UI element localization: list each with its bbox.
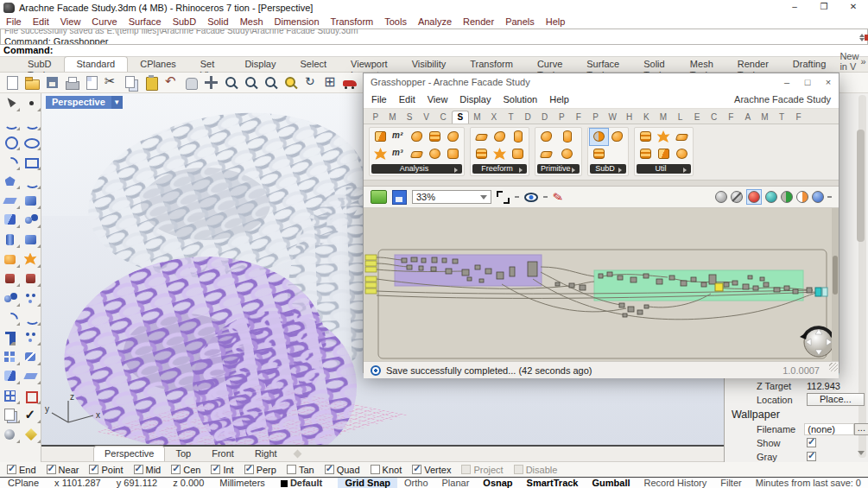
render-car-icon[interactable]: [341, 74, 359, 92]
osnap-tan[interactable]: Tan: [287, 465, 314, 475]
gh-tab-w[interactable]: W: [604, 111, 621, 124]
component-box-icon[interactable]: [371, 129, 390, 145]
gh-resize-grip[interactable]: [829, 363, 838, 371]
tool-sphere-icon[interactable]: [22, 212, 41, 228]
tool-check-icon[interactable]: [22, 407, 41, 423]
tab-curve-tools[interactable]: Curve Tools: [525, 57, 574, 72]
gh-display-teal-icon[interactable]: [765, 191, 777, 203]
palette-group-label[interactable]: Analysis: [371, 164, 462, 174]
tool-block-red-icon[interactable]: [22, 388, 41, 404]
tool-blocks-icon[interactable]: [2, 349, 20, 365]
show-checkbox[interactable]: [807, 438, 816, 447]
gh-tab-f3[interactable]: F: [790, 111, 808, 124]
viewport-tab-perspective[interactable]: Perspective: [93, 446, 165, 461]
tool-move-points-icon[interactable]: [22, 329, 41, 345]
gh-tab-p2[interactable]: P: [554, 111, 571, 124]
command-history[interactable]: File successfully saved as E:\[temp file…: [0, 29, 868, 45]
component-divide-icon[interactable]: [637, 129, 655, 145]
export-icon[interactable]: [83, 74, 101, 92]
menu-view[interactable]: View: [60, 16, 81, 27]
restore-button[interactable]: ❐: [809, 0, 839, 15]
gh-preview-wire-icon[interactable]: [731, 191, 743, 203]
tool-polyline-icon[interactable]: [2, 114, 20, 130]
component-subd-quad-icon[interactable]: [590, 146, 608, 162]
gray-checkbox[interactable]: [807, 452, 816, 461]
move-icon[interactable]: [202, 74, 220, 92]
gh-display-dropdown[interactable]: [827, 196, 832, 198]
tool-boolean-dots-icon[interactable]: [22, 290, 41, 307]
palette-group-label[interactable]: Primitive: [537, 164, 580, 174]
gh-display-green-icon[interactable]: [781, 191, 793, 203]
tool-cylinder-icon[interactable]: [2, 231, 20, 248]
component-subd-from-mesh-icon[interactable]: [590, 129, 608, 145]
tab-new-in-v[interactable]: New in V: [839, 51, 858, 72]
menu-panels[interactable]: Panels: [505, 16, 535, 27]
gh-open-icon[interactable]: [371, 190, 387, 204]
z-target-value[interactable]: 112.943: [807, 381, 840, 391]
gh-sketch-pen-icon[interactable]: ✎: [552, 190, 564, 204]
gh-tab-curve[interactable]: C: [434, 111, 452, 124]
tool-ellipse-icon[interactable]: [22, 134, 41, 150]
tool-polygon-icon[interactable]: [2, 173, 20, 189]
tab-drafting[interactable]: Drafting: [781, 57, 839, 72]
tool-blend-icon[interactable]: [22, 309, 41, 326]
open-file-icon[interactable]: [23, 74, 41, 92]
browse-button[interactable]: ...: [854, 423, 868, 435]
gh-tab-h[interactable]: H: [621, 111, 638, 124]
canvas-compass-widget[interactable]: [800, 327, 832, 357]
place-button[interactable]: Place...: [807, 393, 865, 406]
osnap-mid[interactable]: Mid: [134, 465, 162, 475]
menu-subd[interactable]: SubD: [173, 16, 197, 27]
tool-surface-3pt-icon[interactable]: [2, 193, 20, 209]
gh-tab-params[interactable]: P: [367, 111, 384, 124]
gh-menu-help[interactable]: Help: [549, 94, 569, 105]
gh-menu-edit[interactable]: Edit: [399, 94, 415, 105]
tool-curve-icon[interactable]: [22, 114, 41, 130]
gh-canvas-scrollbar[interactable]: [832, 208, 839, 361]
component-sphere-icon[interactable]: [558, 146, 576, 162]
component-closest-point-icon[interactable]: [426, 146, 444, 162]
gh-tab-f[interactable]: F: [570, 111, 587, 124]
tool-text-icon[interactable]: [2, 329, 20, 345]
tab-solid-tools[interactable]: Solid Tools: [631, 57, 678, 72]
tool-plane-icon[interactable]: [22, 231, 41, 248]
tab-standard[interactable]: Standard: [64, 56, 129, 72]
tool-box-icon[interactable]: [2, 212, 20, 228]
component-dimensions-icon[interactable]: [408, 146, 426, 162]
osnap-disable[interactable]: Disable: [514, 465, 558, 475]
palette-group-label[interactable]: SubD: [590, 164, 626, 174]
component-network-icon[interactable]: [472, 146, 491, 162]
new-file-icon[interactable]: [3, 74, 22, 92]
cut-icon[interactable]: [103, 74, 121, 92]
component-volume-icon[interactable]: m³: [390, 146, 408, 162]
osnap-knot[interactable]: Knot: [371, 465, 402, 475]
component-curvature-icon[interactable]: [444, 129, 462, 145]
tool-circle-icon[interactable]: [2, 134, 20, 150]
tool-explode-icon[interactable]: [2, 251, 20, 268]
osnap-end[interactable]: End: [7, 465, 36, 475]
component-plane-surface-icon[interactable]: [537, 146, 555, 162]
gh-menu-solution[interactable]: Solution: [503, 94, 537, 105]
gh-menu-display[interactable]: Display: [459, 94, 491, 105]
toggle-record-history[interactable]: Record History: [637, 478, 714, 488]
gh-zoom-select[interactable]: 33%: [412, 190, 491, 204]
gh-tab-t2[interactable]: T: [773, 111, 790, 124]
menu-help[interactable]: Help: [546, 16, 566, 27]
viewport-tab-top[interactable]: Top: [165, 447, 201, 461]
component-frames-icon[interactable]: [426, 129, 444, 145]
palette-group-label[interactable]: Util: [637, 164, 691, 174]
tool-pointer-icon[interactable]: [2, 95, 20, 111]
menu-render[interactable]: Render: [463, 16, 494, 27]
tool-trim-icon[interactable]: [2, 270, 20, 287]
component-pipe-icon[interactable]: [509, 129, 527, 145]
tab-transform[interactable]: Transform: [458, 57, 525, 72]
viewport-label[interactable]: Perspective ▼: [46, 96, 123, 109]
tool-shade-icon[interactable]: [2, 427, 20, 443]
component-loft-icon[interactable]: [491, 129, 509, 145]
tab-viewport-layout[interactable]: Viewport Layout: [339, 57, 400, 72]
tab-render-tools[interactable]: Render Tools: [725, 57, 781, 72]
viewport-layout-icon[interactable]: [321, 74, 339, 92]
component-evaluate-icon[interactable]: [408, 129, 426, 145]
rotate-view-icon[interactable]: [301, 74, 320, 92]
pan-icon[interactable]: [182, 74, 200, 92]
